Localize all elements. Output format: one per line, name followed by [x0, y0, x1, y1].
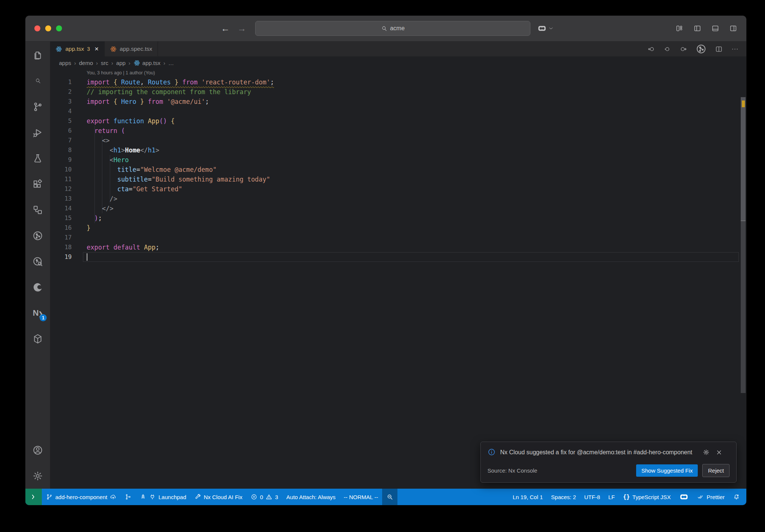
code-line-6[interactable]: 6 return (: [50, 126, 746, 136]
line-number: 19: [50, 252, 72, 262]
pipeline-icon: [125, 494, 131, 500]
customize-layout-icon[interactable]: [675, 24, 684, 33]
breadcrumb[interactable]: apps› demo› src› app› app.tsx› …: [50, 56, 746, 69]
nav-current-icon[interactable]: [663, 45, 671, 53]
rocket-icon: [140, 494, 146, 500]
code-line-13[interactable]: 13 />: [50, 194, 746, 204]
status-launchpad[interactable]: Launchpad: [136, 489, 190, 505]
status-cursor-position[interactable]: Ln 19, Col 1: [508, 489, 547, 505]
code-line-9[interactable]: 9 <Hero: [50, 155, 746, 165]
sidebar-item-testing[interactable]: [25, 145, 50, 171]
breadcrumb-item[interactable]: demo: [79, 60, 93, 66]
command-center-search[interactable]: acme: [255, 21, 530, 36]
sidebar-item-edge-browser[interactable]: [25, 274, 50, 300]
sidebar-item-source-control[interactable]: [25, 94, 50, 120]
codelens[interactable]: You, 3 hours ago | 1 author (You): [50, 69, 746, 77]
code-line-18[interactable]: 18 export default App;: [50, 242, 746, 252]
minimize-button[interactable]: [45, 25, 51, 31]
code-line-14[interactable]: 14 </>: [50, 204, 746, 213]
code-line-3[interactable]: 3 import { Hero } from '@acme/ui';: [50, 97, 746, 106]
code-line-12[interactable]: 12 cta="Get Started": [50, 184, 746, 194]
tab-close-icon[interactable]: ✕: [95, 46, 99, 52]
remote-icon: [30, 493, 37, 501]
sidebar-item-nx-console[interactable]: N❯1: [25, 300, 50, 326]
breadcrumb-item[interactable]: src: [101, 60, 108, 66]
toggle-primary-sidebar-icon[interactable]: [693, 24, 701, 33]
breadcrumb-item[interactable]: app.tsx: [133, 59, 160, 66]
breadcrumb-item[interactable]: …: [168, 60, 174, 66]
tab-app-tsx[interactable]: app.tsx 3 ✕: [50, 41, 105, 56]
status-eol[interactable]: LF: [604, 489, 619, 505]
split-editor-icon[interactable]: [715, 45, 723, 53]
status-language-mode[interactable]: {}TypeScript JSX: [619, 489, 675, 505]
sidebar-item-run-view[interactable]: [25, 223, 50, 248]
sidebar-item-package-view[interactable]: [25, 326, 50, 352]
copilot-menu[interactable]: [537, 24, 554, 33]
history-forward-icon[interactable]: →: [237, 23, 246, 34]
code-line-19[interactable]: 19: [50, 252, 746, 262]
status-formatter-prettier[interactable]: Prettier: [693, 489, 729, 505]
sidebar-item-accounts[interactable]: [25, 437, 50, 463]
toggle-panel-icon[interactable]: [711, 24, 719, 33]
sidebar-item-extensions[interactable]: [25, 171, 50, 197]
code-line-5[interactable]: 5 export function App() {: [50, 116, 746, 126]
status-text: Prettier: [707, 494, 725, 500]
scrollbar-track-lower[interactable]: [741, 220, 746, 393]
code-editor[interactable]: You, 3 hours ago | 1 author (You) 1 impo…: [50, 69, 746, 489]
notification-close-icon[interactable]: [716, 449, 722, 456]
sidebar-item-search[interactable]: [25, 68, 50, 94]
status-vim-mode[interactable]: -- NORMAL --: [340, 489, 382, 505]
editor-group: app.tsx 3 ✕ app.spec.tsx apps› demo› src…: [50, 41, 746, 489]
status-zoom-indicator[interactable]: [382, 489, 397, 505]
status-auto-attach[interactable]: Auto Attach: Always: [282, 489, 340, 505]
code-line-4[interactable]: 4: [50, 106, 746, 116]
breadcrumb-item[interactable]: app: [116, 60, 126, 66]
status-text: LF: [608, 494, 615, 500]
scrollbar-thumb[interactable]: [741, 97, 746, 220]
code-line-7[interactable]: 7 <>: [50, 136, 746, 145]
status-notifications-bell[interactable]: [729, 489, 744, 505]
code-line-11[interactable]: 11 subtitle="Build something amazing tod…: [50, 174, 746, 184]
activity-bar: N❯1: [25, 41, 50, 489]
close-button[interactable]: [34, 25, 40, 31]
status-problems[interactable]: 03: [247, 489, 282, 505]
cloud-upload-icon: [110, 494, 117, 500]
sidebar-item-inspect-view[interactable]: [25, 248, 50, 274]
status-encoding[interactable]: UTF-8: [580, 489, 604, 505]
nav-back-icon[interactable]: [647, 45, 655, 53]
code-line-17[interactable]: 17: [50, 233, 746, 242]
notification-settings-gear-icon[interactable]: [703, 449, 710, 456]
sidebar-item-explorer[interactable]: [25, 42, 50, 68]
status-nx-cloud-ai-fix[interactable]: Nx Cloud AI Fix: [191, 489, 247, 505]
workbench: N❯1 app.tsx 3 ✕ app.spec.tsx apps› demo›…: [25, 41, 746, 489]
tab-app-spec-tsx[interactable]: app.spec.tsx: [105, 41, 158, 56]
toggle-secondary-sidebar-icon[interactable]: [729, 24, 737, 33]
traffic-lights: [34, 25, 62, 31]
status-pipeline-status[interactable]: [121, 489, 136, 505]
sidebar-item-references-view[interactable]: [25, 197, 50, 223]
code-line-1[interactable]: 1 import { Route, Routes } from 'react-r…: [50, 77, 746, 87]
sidebar-item-run-and-debug[interactable]: [25, 120, 50, 145]
code-line-2[interactable]: 2 // importing the component from the li…: [50, 87, 746, 97]
code-line-16[interactable]: 16 }: [50, 223, 746, 233]
code-line-10[interactable]: 10 title="Welcmoe @acme/demo": [50, 165, 746, 174]
status-copilot-status[interactable]: [675, 489, 693, 505]
line-number: 1: [50, 77, 72, 87]
more-actions-icon[interactable]: [731, 45, 739, 53]
breadcrumb-item[interactable]: apps: [59, 60, 71, 66]
status-text: TypeScript JSX: [632, 494, 671, 500]
status-remote-indicator[interactable]: [25, 489, 42, 505]
status-indentation[interactable]: Spaces: 2: [547, 489, 580, 505]
status-git-branch[interactable]: add-hero-component: [42, 489, 121, 505]
zoom-button[interactable]: [56, 25, 62, 31]
show-suggested-fix-button[interactable]: Show Suggested Fix: [636, 464, 698, 477]
history-back-icon[interactable]: ←: [221, 23, 230, 34]
status-text: Launchpad: [158, 494, 186, 500]
sidebar-item-manage-settings[interactable]: [25, 463, 50, 489]
reject-button[interactable]: Reject: [702, 464, 730, 477]
run-file-icon[interactable]: [696, 43, 707, 55]
code-line-15[interactable]: 15 );: [50, 213, 746, 223]
nav-forward-icon[interactable]: [679, 45, 687, 53]
status-text: Spaces: 2: [551, 494, 576, 500]
code-line-8[interactable]: 8 <h1>Home</h1>: [50, 145, 746, 155]
